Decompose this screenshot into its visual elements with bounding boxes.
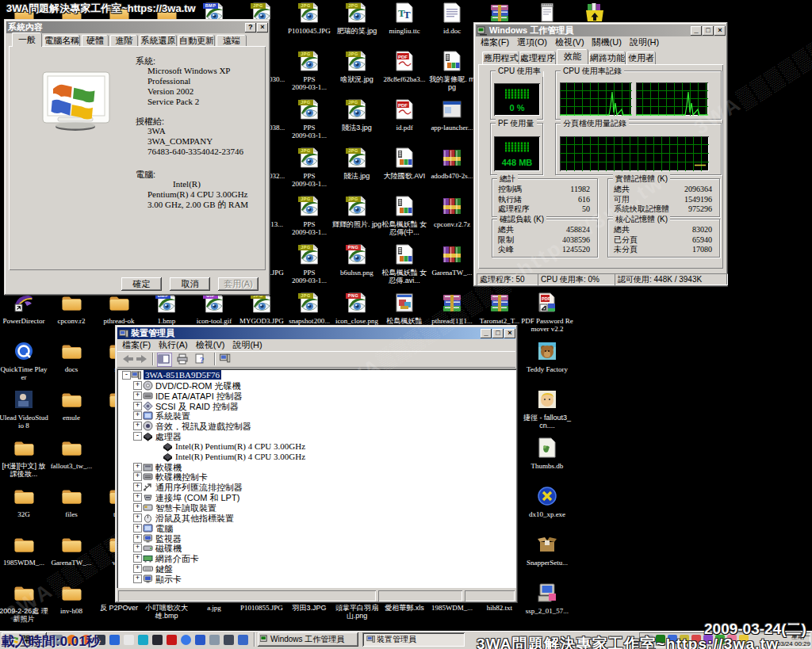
- svg-text:?: ?: [200, 355, 205, 365]
